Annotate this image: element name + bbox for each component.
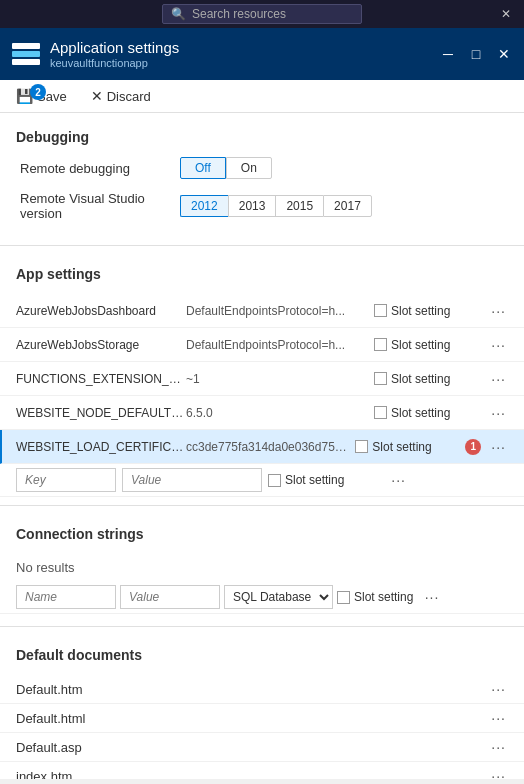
setting-value: DefaultEndpointsProtocol=h... — [186, 304, 374, 318]
db-type-select[interactable]: SQL Database MySQL SQLServer Custom — [224, 585, 333, 609]
table-row-highlighted: WEBSITE_LOAD_CERTIFICATES cc3de775fa314d… — [0, 430, 524, 464]
row-menu-button[interactable]: ··· — [423, 589, 442, 605]
slot-checkbox[interactable] — [374, 304, 387, 317]
slot-label: Slot setting — [285, 473, 344, 487]
title-bar-close-button[interactable]: ✕ — [492, 0, 520, 28]
doc-menu-button[interactable]: ··· — [489, 768, 508, 779]
setting-key: AzureWebJobsStorage — [16, 338, 186, 352]
setting-key: FUNCTIONS_EXTENSION_VE... — [16, 372, 186, 386]
doc-name: index.htm — [16, 769, 489, 780]
minimize-button[interactable]: ─ — [436, 42, 460, 66]
row-actions: ··· — [484, 303, 508, 319]
new-connection-row: SQL Database MySQL SQLServer Custom Slot… — [0, 581, 524, 614]
table-row: AzureWebJobsStorage DefaultEndpointsProt… — [0, 328, 524, 362]
vs-version-label: Remote Visual Studio version — [20, 191, 180, 221]
vs-version-row: Remote Visual Studio version 2012 2013 2… — [16, 191, 508, 221]
close-button[interactable]: ✕ — [492, 42, 516, 66]
slot-setting-area: Slot setting — [355, 440, 465, 454]
search-placeholder: Search resources — [192, 7, 286, 21]
list-item: Default.asp ··· — [0, 733, 524, 762]
app-header: Application settings keuvaultfunctionapp… — [0, 28, 524, 80]
slot-checkbox[interactable] — [355, 440, 368, 453]
slot-checkbox[interactable] — [374, 338, 387, 351]
remote-debugging-row: Remote debugging Off On — [16, 157, 508, 179]
row-badge: 1 — [465, 439, 481, 455]
row-menu-button[interactable]: ··· — [489, 439, 508, 455]
slot-setting-area: Slot setting — [337, 590, 413, 604]
row-actions: ··· — [417, 589, 441, 605]
slot-checkbox[interactable] — [374, 406, 387, 419]
section-divider-2 — [0, 505, 524, 506]
default-documents-title: Default documents — [16, 647, 508, 663]
maximize-button[interactable]: □ — [464, 42, 488, 66]
doc-name: Default.html — [16, 711, 489, 726]
setting-value: cc3de775fa314da0e036d75d... — [186, 440, 355, 454]
row-menu-button[interactable]: ··· — [489, 337, 508, 353]
app-settings-rows: AzureWebJobsDashboard DefaultEndpointsPr… — [0, 294, 524, 497]
doc-menu-button[interactable]: ··· — [489, 681, 508, 697]
doc-name: Default.htm — [16, 682, 489, 697]
doc-name: Default.asp — [16, 740, 489, 755]
notification-badge: 2 — [30, 84, 46, 100]
window-controls: ─ □ ✕ — [436, 42, 516, 66]
search-bar[interactable]: 🔍 Search resources — [162, 4, 362, 24]
table-row: FUNCTIONS_EXTENSION_VE... ~1 Slot settin… — [0, 362, 524, 396]
content-area: Debugging Remote debugging Off On Remote… — [0, 113, 524, 779]
slot-setting-area: Slot setting — [374, 338, 484, 352]
doc-menu-button[interactable]: ··· — [489, 739, 508, 755]
app-title: Application settings — [50, 39, 179, 57]
row-menu-button[interactable]: ··· — [489, 405, 508, 421]
slot-setting-area: Slot setting — [374, 304, 484, 318]
app-settings-title: App settings — [16, 266, 508, 282]
discard-label: Discard — [107, 89, 151, 104]
new-value-input[interactable] — [122, 468, 262, 492]
title-bar: 🔍 Search resources ✕ — [0, 0, 524, 28]
slot-checkbox[interactable] — [337, 591, 350, 604]
discard-button[interactable]: ✕ Discard — [87, 86, 155, 106]
section-divider-1 — [0, 245, 524, 246]
row-actions: ··· — [484, 405, 508, 421]
app-settings-section: App settings — [0, 250, 524, 282]
new-key-input[interactable] — [16, 468, 116, 492]
debugging-title: Debugging — [16, 129, 508, 145]
no-results: No results — [0, 554, 524, 581]
setting-key: AzureWebJobsDashboard — [16, 304, 186, 318]
row-actions-highlighted: 1 ··· — [465, 439, 508, 455]
debugging-section: Debugging Remote debugging Off On Remote… — [0, 113, 524, 241]
slot-label: Slot setting — [372, 440, 431, 454]
slot-setting-area: Slot setting — [268, 473, 378, 487]
remote-debugging-toggle: Off On — [180, 157, 272, 179]
default-documents-list: Default.htm ··· Default.html ··· Default… — [0, 675, 524, 779]
row-actions: ··· — [384, 472, 408, 488]
default-documents-section: Default documents — [0, 631, 524, 663]
search-icon: 🔍 — [171, 7, 186, 21]
connection-strings-title: Connection strings — [16, 526, 508, 542]
vs-2015-button[interactable]: 2015 — [275, 195, 323, 217]
toggle-on-button[interactable]: On — [226, 157, 272, 179]
toggle-off-button[interactable]: Off — [180, 157, 226, 179]
setting-value: ~1 — [186, 372, 374, 386]
connection-name-input[interactable] — [16, 585, 116, 609]
new-setting-row: Slot setting ··· — [0, 464, 524, 497]
slot-checkbox[interactable] — [374, 372, 387, 385]
doc-menu-button[interactable]: ··· — [489, 710, 508, 726]
slot-label: Slot setting — [391, 372, 450, 386]
slot-label: Slot setting — [391, 338, 450, 352]
vs-2017-button[interactable]: 2017 — [323, 195, 372, 217]
row-menu-button[interactable]: ··· — [489, 371, 508, 387]
vs-2012-button[interactable]: 2012 — [180, 195, 228, 217]
row-menu-button[interactable]: ··· — [389, 472, 408, 488]
list-item: index.htm ··· — [0, 762, 524, 779]
slot-label: Slot setting — [391, 304, 450, 318]
discard-icon: ✕ — [91, 88, 103, 104]
setting-value: 6.5.0 — [186, 406, 374, 420]
slot-checkbox[interactable] — [268, 474, 281, 487]
vs-version-group: 2012 2013 2015 2017 — [180, 195, 372, 217]
slot-label: Slot setting — [391, 406, 450, 420]
vs-2013-button[interactable]: 2013 — [228, 195, 276, 217]
setting-value: DefaultEndpointsProtocol=h... — [186, 338, 374, 352]
row-menu-button[interactable]: ··· — [489, 303, 508, 319]
app-subtitle: keuvaultfunctionapp — [50, 57, 179, 69]
app-icon — [12, 43, 40, 65]
connection-value-input[interactable] — [120, 585, 220, 609]
